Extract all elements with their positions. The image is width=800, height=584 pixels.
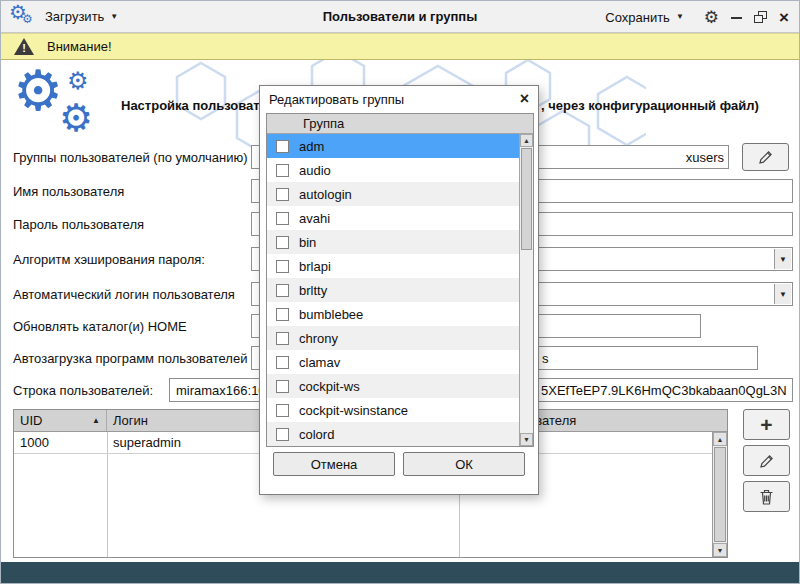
chevron-down-icon: ▼ <box>676 13 684 21</box>
edit-user-button[interactable] <box>743 445 790 476</box>
group-label: bin <box>299 235 316 250</box>
dialog-titlebar: Редактировать группы × <box>260 86 538 112</box>
label-user-string: Строка пользователей: <box>13 383 153 398</box>
save-menu-button[interactable]: Сохранить ▼ <box>597 5 692 30</box>
scroll-up-icon[interactable]: ▲ <box>520 134 533 147</box>
gear-icon: ⚙ <box>67 69 89 93</box>
group-row[interactable]: autologin <box>267 182 519 206</box>
column-label-uid: UID <box>20 413 42 428</box>
group-row[interactable]: colord <box>267 422 519 446</box>
gear-icon: ⚙ <box>13 63 63 119</box>
group-checkbox[interactable] <box>276 140 289 153</box>
ok-button[interactable]: ОК <box>403 452 525 476</box>
table-scrollbar[interactable]: ▲ ▼ <box>712 432 727 557</box>
group-label: cockpit-wsinstance <box>299 403 408 418</box>
scrollbar-thumb[interactable] <box>714 447 726 542</box>
group-checkbox[interactable] <box>276 284 289 297</box>
gear-icon: ⚙ <box>59 99 93 137</box>
user-string-left: miramax166:10 <box>176 383 266 398</box>
group-checkbox[interactable] <box>276 308 289 321</box>
group-row[interactable]: cockpit-wsinstance <box>267 398 519 422</box>
group-label: clamav <box>299 355 340 370</box>
column-header-uid[interactable]: UID ▲ <box>14 410 107 431</box>
group-checkbox[interactable] <box>276 356 289 369</box>
window-maximize-button[interactable] <box>754 11 767 23</box>
group-label: audio <box>299 163 331 178</box>
window-close-button[interactable]: × <box>779 9 789 26</box>
warning-banner: ! Внимание! <box>1 33 799 60</box>
label-default-groups: Группы пользователей (по умолчанию) <box>13 150 248 165</box>
group-checkbox[interactable] <box>276 380 289 393</box>
group-row[interactable]: bin <box>267 230 519 254</box>
window-minimize-button[interactable] <box>731 12 742 23</box>
group-row[interactable]: bumblebee <box>267 302 519 326</box>
group-label: adm <box>299 139 324 154</box>
group-row[interactable]: adm <box>267 134 519 158</box>
group-checkbox[interactable] <box>276 332 289 345</box>
group-label: chrony <box>299 331 338 346</box>
group-row[interactable]: clamav <box>267 350 519 374</box>
group-checkbox[interactable] <box>276 188 289 201</box>
group-checkbox[interactable] <box>276 260 289 273</box>
group-label: cockpit-ws <box>299 379 360 394</box>
scroll-up-icon[interactable]: ▲ <box>713 432 727 446</box>
gear-icon: ⚙ <box>22 13 33 25</box>
users-groups-module-icon: ⚙ ⚙ ⚙ <box>13 67 121 149</box>
group-label: colord <box>299 427 334 442</box>
group-row[interactable]: chrony <box>267 326 519 350</box>
dialog-close-button[interactable]: × <box>520 91 529 107</box>
label-autologin: Автоматический логин пользователя <box>13 287 235 302</box>
delete-user-button[interactable] <box>743 481 790 512</box>
label-password: Пароль пользователя <box>13 217 144 232</box>
group-checkbox[interactable] <box>276 428 289 441</box>
edit-default-groups-button[interactable] <box>742 143 789 171</box>
group-checkbox[interactable] <box>276 212 289 225</box>
group-list-header: Группа <box>267 114 533 134</box>
default-groups-value: xusers <box>686 150 724 165</box>
settings-gear-button[interactable]: ⚙ <box>704 9 719 26</box>
load-menu-button[interactable]: Загрузить ▼ <box>37 4 126 29</box>
sort-asc-icon: ▲ <box>92 416 100 425</box>
dialog-title: Редактировать группы <box>269 92 404 107</box>
group-row[interactable]: avahi <box>267 206 519 230</box>
chevron-down-icon[interactable]: ▼ <box>774 249 791 269</box>
label-username: Имя пользователя <box>13 184 124 199</box>
group-checkbox[interactable] <box>276 404 289 417</box>
group-label: bumblebee <box>299 307 363 322</box>
group-checkbox[interactable] <box>276 164 289 177</box>
trash-icon <box>759 489 774 505</box>
app-gears-icon: ⚙ ⚙ <box>9 4 37 30</box>
scroll-down-icon[interactable]: ▼ <box>713 543 727 557</box>
dialog-actions: Отмена ОК <box>260 452 538 476</box>
group-list-rows: adm audio autologin avahi bin brlapi brl… <box>267 134 519 446</box>
chevron-down-icon[interactable]: ▼ <box>774 284 791 304</box>
group-checkbox[interactable] <box>276 236 289 249</box>
label-autostart: Автозагрузка программ пользователей <box>13 351 247 366</box>
page-title-right: , через конфигурационный файл) <box>541 98 759 113</box>
group-row[interactable]: brltty <box>267 278 519 302</box>
column-label-login: Логин <box>113 413 148 428</box>
user-string-right: 5XEfTeEP7.9LK6HmQC3bkabaan0QgL3N <box>541 383 787 398</box>
edit-groups-dialog: Редактировать группы × Группа adm audio … <box>259 85 539 495</box>
group-label: brlapi <box>299 259 331 274</box>
group-column-label: Группа <box>303 116 344 131</box>
group-list-scrollbar[interactable]: ▲ ▼ <box>519 134 533 446</box>
label-update-home: Обновлять каталог(и) HOME <box>13 319 187 334</box>
add-user-button[interactable]: + <box>743 409 790 440</box>
group-row[interactable]: brlapi <box>267 254 519 278</box>
chevron-down-icon: ▼ <box>110 13 118 21</box>
group-row[interactable]: audio <box>267 158 519 182</box>
pencil-icon <box>758 149 774 165</box>
svg-text:!: ! <box>22 42 26 54</box>
autostart-value-tail: s <box>542 351 549 366</box>
cell-uid: 1000 <box>14 435 107 450</box>
app-window: ⚙ ⚙ Загрузить ▼ Пользователи и группы Со… <box>0 0 800 584</box>
scrollbar-thumb[interactable] <box>521 148 532 250</box>
scroll-down-icon[interactable]: ▼ <box>520 433 533 446</box>
pencil-icon <box>759 453 775 469</box>
load-menu-label: Загрузить <box>45 9 104 24</box>
status-bar <box>1 562 799 583</box>
cancel-button[interactable]: Отмена <box>273 452 395 476</box>
label-hash-algorithm: Алгоритм хэширования пароля: <box>13 252 205 267</box>
group-row[interactable]: cockpit-ws <box>267 374 519 398</box>
